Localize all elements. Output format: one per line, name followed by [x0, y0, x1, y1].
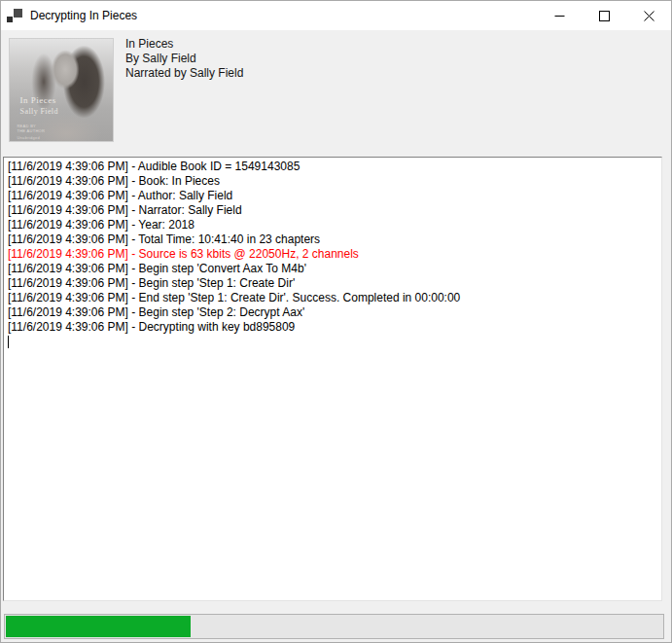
app-icon-square-large [14, 9, 22, 18]
progress-bar [4, 614, 664, 639]
app-window-icon [7, 8, 22, 23]
cover-author-text: Sally Field [20, 107, 58, 116]
caret-line [8, 335, 657, 349]
log-line: [11/6/2019 4:39:06 PM] - Year: 2018 [8, 218, 657, 232]
title-bar: Decrypting In Pieces [1, 1, 671, 30]
maximize-icon [599, 11, 610, 21]
log-line: [11/6/2019 4:39:06 PM] - Audible Book ID… [8, 160, 657, 174]
text-caret [8, 336, 9, 348]
book-narrator: Narrated by Sally Field [125, 66, 243, 81]
log-line: [11/6/2019 4:39:06 PM] - Author: Sally F… [8, 189, 657, 203]
log-line: [11/6/2019 4:39:06 PM] - End step 'Step … [8, 291, 657, 305]
caption-buttons [537, 1, 671, 30]
minimize-button[interactable] [537, 1, 582, 30]
book-author: By Sally Field [125, 52, 243, 66]
log-line: [11/6/2019 4:39:06 PM] - Source is 63 kb… [8, 247, 657, 262]
book-title: In Pieces [125, 37, 243, 52]
close-button[interactable] [626, 1, 671, 30]
log-line: [11/6/2019 4:39:06 PM] - Narrator: Sally… [8, 203, 657, 218]
window-title: Decrypting In Pieces [30, 9, 537, 22]
cover-title-text: In Pieces [20, 95, 56, 105]
log-line: [11/6/2019 4:39:06 PM] - Begin step 'Con… [8, 262, 657, 276]
app-window: Decrypting In Pieces In Pieces S [0, 0, 672, 643]
cover-edition-text: Unabridged [17, 135, 40, 140]
book-cover-image: In Pieces Sally Field READ BY THE AUTHOR… [9, 38, 114, 142]
maximize-button[interactable] [582, 1, 626, 30]
app-icon-square-small [7, 17, 13, 22]
cover-read-by-text: READ BY THE AUTHOR [17, 124, 45, 133]
log-line: [11/6/2019 4:39:06 PM] - Total Time: 10:… [8, 232, 657, 247]
log-line: [11/6/2019 4:39:06 PM] - Decrypting with… [8, 320, 657, 335]
log-line: [11/6/2019 4:39:06 PM] - Begin step 'Ste… [8, 305, 657, 320]
book-info: In Pieces By Sally Field Narrated by Sal… [125, 37, 243, 81]
minimize-icon [554, 11, 565, 21]
log-textbox[interactable]: [11/6/2019 4:39:06 PM] - Audible Book ID… [3, 157, 662, 601]
log-line: [11/6/2019 4:39:06 PM] - Begin step 'Ste… [8, 276, 657, 291]
progress-fill [6, 616, 191, 637]
close-icon [644, 11, 654, 21]
log-line: [11/6/2019 4:39:06 PM] - Book: In Pieces [8, 174, 657, 189]
